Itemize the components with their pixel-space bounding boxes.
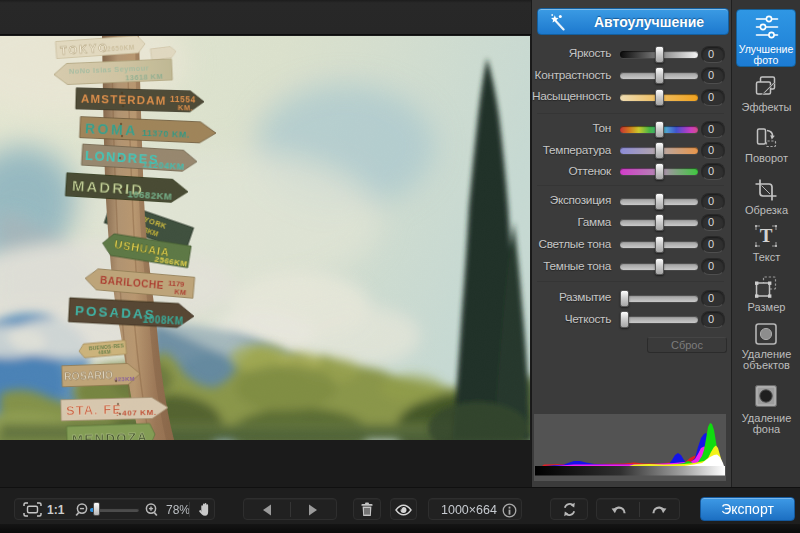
svg-text:T: T bbox=[760, 225, 773, 246]
